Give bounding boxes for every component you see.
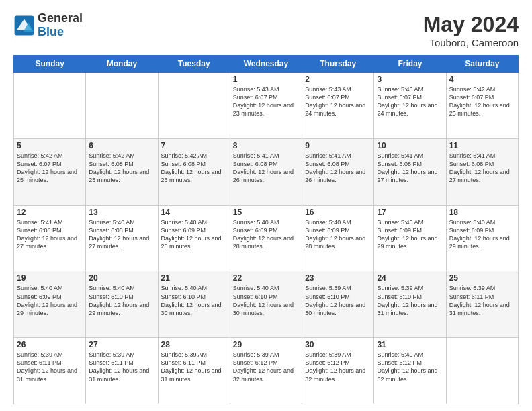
day-info: Sunrise: 5:40 AM Sunset: 6:09 PM Dayligh… [233, 218, 299, 251]
day-info: Sunrise: 5:41 AM Sunset: 6:08 PM Dayligh… [305, 152, 371, 185]
day-info: Sunrise: 5:39 AM Sunset: 6:10 PM Dayligh… [305, 284, 371, 317]
day-number: 11 [449, 141, 515, 150]
calendar-cell-w5-d4: 29Sunrise: 5:39 AM Sunset: 6:12 PM Dayli… [230, 338, 302, 404]
day-number: 18 [449, 208, 515, 217]
calendar-week-4: 19Sunrise: 5:40 AM Sunset: 6:09 PM Dayli… [14, 271, 519, 338]
day-info: Sunrise: 5:41 AM Sunset: 6:08 PM Dayligh… [233, 152, 299, 185]
day-info: Sunrise: 5:43 AM Sunset: 6:07 PM Dayligh… [377, 85, 443, 118]
calendar-cell-w2-d5: 9Sunrise: 5:41 AM Sunset: 6:08 PM Daylig… [302, 138, 374, 205]
calendar-cell-w3-d7: 18Sunrise: 5:40 AM Sunset: 6:09 PM Dayli… [446, 205, 518, 271]
day-number: 9 [305, 141, 371, 150]
calendar-week-3: 12Sunrise: 5:41 AM Sunset: 6:08 PM Dayli… [14, 205, 519, 271]
day-number: 25 [449, 273, 515, 283]
day-info: Sunrise: 5:40 AM Sunset: 6:09 PM Dayligh… [449, 218, 515, 251]
day-info: Sunrise: 5:40 AM Sunset: 6:10 PM Dayligh… [89, 284, 154, 317]
logo-blue-text: Blue [38, 26, 83, 39]
col-saturday: Saturday [446, 56, 518, 73]
day-number: 15 [233, 208, 299, 217]
col-tuesday: Tuesday [158, 56, 230, 73]
col-sunday: Sunday [14, 56, 86, 73]
day-number: 7 [161, 141, 227, 150]
calendar-cell-w2-d1: 5Sunrise: 5:42 AM Sunset: 6:07 PM Daylig… [14, 138, 86, 205]
calendar-cell-w1-d6: 3Sunrise: 5:43 AM Sunset: 6:07 PM Daylig… [374, 73, 446, 139]
day-info: Sunrise: 5:42 AM Sunset: 6:08 PM Dayligh… [161, 152, 227, 185]
day-number: 10 [377, 141, 443, 150]
calendar-cell-w2-d3: 7Sunrise: 5:42 AM Sunset: 6:08 PM Daylig… [158, 138, 230, 205]
col-monday: Monday [86, 56, 158, 73]
calendar-cell-w3-d3: 14Sunrise: 5:40 AM Sunset: 6:09 PM Dayli… [158, 205, 230, 271]
day-info: Sunrise: 5:40 AM Sunset: 6:10 PM Dayligh… [233, 284, 299, 317]
logo-general-text: General [38, 12, 83, 26]
calendar-cell-w1-d3 [158, 73, 230, 139]
day-info: Sunrise: 5:40 AM Sunset: 6:09 PM Dayligh… [305, 218, 371, 251]
day-info: Sunrise: 5:39 AM Sunset: 6:11 PM Dayligh… [161, 351, 227, 383]
day-number: 8 [233, 141, 299, 150]
day-number: 27 [89, 340, 154, 349]
day-info: Sunrise: 5:39 AM Sunset: 6:11 PM Dayligh… [449, 284, 515, 317]
calendar-cell-w2-d2: 6Sunrise: 5:42 AM Sunset: 6:08 PM Daylig… [86, 138, 158, 205]
day-number: 12 [17, 208, 83, 217]
calendar-cell-w4-d6: 24Sunrise: 5:39 AM Sunset: 6:10 PM Dayli… [374, 271, 446, 338]
day-number: 1 [233, 75, 299, 84]
calendar-header-row: Sunday Monday Tuesday Wednesday Thursday… [14, 56, 519, 73]
day-info: Sunrise: 5:43 AM Sunset: 6:07 PM Dayligh… [233, 85, 299, 118]
calendar-week-5: 26Sunrise: 5:39 AM Sunset: 6:11 PM Dayli… [14, 338, 519, 404]
logo-icon [13, 15, 35, 36]
day-info: Sunrise: 5:40 AM Sunset: 6:09 PM Dayligh… [161, 218, 227, 251]
day-info: Sunrise: 5:41 AM Sunset: 6:08 PM Dayligh… [449, 152, 515, 185]
day-number: 14 [161, 208, 227, 217]
col-thursday: Thursday [302, 56, 374, 73]
day-info: Sunrise: 5:39 AM Sunset: 6:12 PM Dayligh… [233, 351, 299, 383]
calendar-cell-w5-d2: 27Sunrise: 5:39 AM Sunset: 6:11 PM Dayli… [86, 338, 158, 404]
calendar-cell-w5-d6: 31Sunrise: 5:40 AM Sunset: 6:12 PM Dayli… [374, 338, 446, 404]
day-info: Sunrise: 5:39 AM Sunset: 6:11 PM Dayligh… [17, 351, 83, 383]
day-info: Sunrise: 5:40 AM Sunset: 6:12 PM Dayligh… [377, 351, 443, 383]
calendar-cell-w2-d4: 8Sunrise: 5:41 AM Sunset: 6:08 PM Daylig… [230, 138, 302, 205]
day-number: 3 [377, 75, 443, 84]
calendar-cell-w4-d5: 23Sunrise: 5:39 AM Sunset: 6:10 PM Dayli… [302, 271, 374, 338]
day-number: 31 [377, 340, 443, 349]
calendar-cell-w3-d6: 17Sunrise: 5:40 AM Sunset: 6:09 PM Dayli… [374, 205, 446, 271]
calendar-cell-w1-d2 [86, 73, 158, 139]
month-title: May 2024 [423, 12, 519, 37]
calendar-cell-w3-d4: 15Sunrise: 5:40 AM Sunset: 6:09 PM Dayli… [230, 205, 302, 271]
calendar-cell-w3-d2: 13Sunrise: 5:40 AM Sunset: 6:08 PM Dayli… [86, 205, 158, 271]
day-number: 24 [377, 273, 443, 283]
day-number: 22 [233, 273, 299, 283]
day-number: 17 [377, 208, 443, 217]
day-info: Sunrise: 5:39 AM Sunset: 6:11 PM Dayligh… [89, 351, 154, 383]
logo: General Blue [13, 12, 83, 39]
day-number: 21 [161, 273, 227, 283]
day-info: Sunrise: 5:42 AM Sunset: 6:07 PM Dayligh… [449, 85, 515, 118]
calendar-cell-w4-d7: 25Sunrise: 5:39 AM Sunset: 6:11 PM Dayli… [446, 271, 518, 338]
day-number: 28 [161, 340, 227, 349]
day-info: Sunrise: 5:39 AM Sunset: 6:12 PM Dayligh… [305, 351, 371, 383]
day-info: Sunrise: 5:43 AM Sunset: 6:07 PM Dayligh… [305, 85, 371, 118]
day-number: 2 [305, 75, 371, 84]
header: General Blue May 2024 Touboro, Cameroon [13, 12, 519, 48]
col-wednesday: Wednesday [230, 56, 302, 73]
calendar-cell-w1-d4: 1Sunrise: 5:43 AM Sunset: 6:07 PM Daylig… [230, 73, 302, 139]
calendar: Sunday Monday Tuesday Wednesday Thursday… [13, 55, 519, 404]
day-number: 23 [305, 273, 371, 283]
day-info: Sunrise: 5:40 AM Sunset: 6:09 PM Dayligh… [17, 284, 83, 317]
day-info: Sunrise: 5:40 AM Sunset: 6:09 PM Dayligh… [377, 218, 443, 251]
calendar-cell-w5-d7 [446, 338, 518, 404]
col-friday: Friday [374, 56, 446, 73]
day-number: 6 [89, 141, 154, 150]
calendar-cell-w3-d1: 12Sunrise: 5:41 AM Sunset: 6:08 PM Dayli… [14, 205, 86, 271]
day-number: 20 [89, 273, 154, 283]
calendar-week-2: 5Sunrise: 5:42 AM Sunset: 6:07 PM Daylig… [14, 138, 519, 205]
calendar-cell-w5-d3: 28Sunrise: 5:39 AM Sunset: 6:11 PM Dayli… [158, 338, 230, 404]
day-number: 26 [17, 340, 83, 349]
calendar-week-1: 1Sunrise: 5:43 AM Sunset: 6:07 PM Daylig… [14, 73, 519, 139]
day-number: 19 [17, 273, 83, 283]
day-info: Sunrise: 5:41 AM Sunset: 6:08 PM Dayligh… [377, 152, 443, 185]
day-number: 16 [305, 208, 371, 217]
day-number: 29 [233, 340, 299, 349]
calendar-cell-w5-d1: 26Sunrise: 5:39 AM Sunset: 6:11 PM Dayli… [14, 338, 86, 404]
calendar-cell-w1-d7: 4Sunrise: 5:42 AM Sunset: 6:07 PM Daylig… [446, 73, 518, 139]
calendar-cell-w2-d6: 10Sunrise: 5:41 AM Sunset: 6:08 PM Dayli… [374, 138, 446, 205]
day-number: 13 [89, 208, 154, 217]
day-number: 5 [17, 141, 83, 150]
